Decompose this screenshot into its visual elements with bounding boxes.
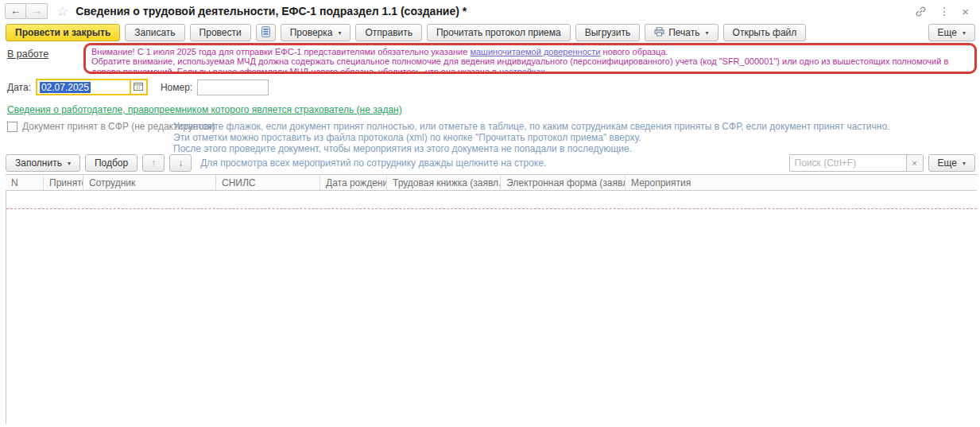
column-header-snils[interactable]: СНИЛС (216, 175, 320, 190)
chevron-down-icon: ▾ (338, 29, 341, 37)
back-button[interactable]: ← (5, 3, 26, 19)
send-label: Отправить (365, 27, 413, 38)
save-label: Записать (134, 27, 175, 38)
read-protocol-button[interactable]: Прочитать протокол приема (427, 24, 571, 41)
fill-button[interactable]: Заполнить▾ (6, 154, 80, 172)
save-button[interactable]: Записать (125, 24, 184, 41)
search-box: × (789, 154, 924, 172)
get-link-icon[interactable] (915, 6, 927, 17)
register-records-icon (261, 26, 270, 40)
move-row-up-button[interactable]: ↑ (142, 154, 165, 172)
pick-label: Подбор (95, 157, 128, 169)
table-more-label: Еще (938, 157, 957, 169)
number-input[interactable] (197, 80, 269, 95)
more-menu-icon[interactable]: ⋮ (939, 5, 950, 17)
double-click-hint: Для просмотра всех мероприятий по сотруд… (200, 157, 546, 169)
show-register-records-button[interactable] (256, 24, 276, 41)
date-input[interactable]: 02.07.2025 (37, 80, 130, 94)
down-arrow-icon: ↓ (178, 157, 183, 169)
read-protocol-label: Прочитать протокол приема (436, 27, 561, 38)
employees-table-body[interactable] (6, 191, 977, 424)
fill-label: Заполнить (15, 157, 62, 169)
print-button[interactable]: Печать▾ (645, 24, 718, 41)
open-file-label: Открыть файл (733, 27, 797, 38)
chevron-down-icon: ▾ (68, 160, 71, 167)
post-label: Провести (199, 27, 242, 38)
main-toolbar: Провести и закрыть Записать Провести Про… (6, 24, 975, 41)
table-more-button[interactable]: Еще▾ (928, 154, 975, 172)
hint-line: Установите флажок, если документ принят … (173, 121, 975, 132)
send-button[interactable]: Отправить (355, 24, 422, 41)
pick-button[interactable]: Подбор (85, 154, 138, 172)
column-header-workbook[interactable]: Трудовая книжка (заявл.) (387, 175, 501, 190)
up-arrow-icon: ↑ (151, 157, 156, 169)
date-number-row: Дата: 02.07.2025 Номер: (7, 79, 269, 95)
post-and-close-button[interactable]: Провести и закрыть (6, 24, 120, 41)
print-label: Печать (668, 27, 699, 38)
accepted-in-sfr-checkbox[interactable] (7, 122, 17, 132)
mchd-warning-banner: Внимание! С 1 июля 2025 года для отправк… (83, 43, 977, 74)
close-icon[interactable]: × (962, 5, 969, 18)
date-field[interactable]: 02.07.2025 (36, 79, 148, 95)
column-header-employee[interactable]: Сотрудник (83, 175, 216, 190)
post-and-close-label: Провести и закрыть (15, 27, 110, 38)
search-clear-button[interactable]: × (906, 155, 923, 171)
column-header-eform[interactable]: Электронная форма (заявл.) (501, 175, 626, 190)
date-label: Дата: (7, 82, 31, 93)
table-toolbar: Заполнить▾ Подбор ↑ ↓ Для просмотра всех… (6, 154, 975, 172)
export-button[interactable]: Выгрузить (575, 24, 641, 41)
hint-line: Эти отметки можно проставить из файла пр… (173, 132, 975, 143)
printer-icon (654, 27, 664, 39)
accepted-hints: Установите флажок, если документ принят … (173, 121, 975, 154)
number-label: Номер: (161, 82, 192, 93)
search-input[interactable] (790, 155, 906, 171)
window-controls: ⋮ × (915, 5, 980, 18)
mchd-link[interactable]: машиночитаемой доверенности (470, 47, 600, 56)
window-title: Сведения о трудовой деятельности, ЕФС-1 … (76, 5, 467, 17)
settings-link[interactable]: настройках (499, 67, 545, 74)
check-label: Проверка (290, 27, 333, 38)
move-row-down-button[interactable]: ↓ (169, 154, 192, 172)
warning-text: . (545, 67, 548, 74)
open-file-button[interactable]: Открыть файл (723, 24, 807, 41)
empty-row-indicator (6, 208, 977, 209)
status-in-progress-link[interactable]: В работе (7, 49, 48, 60)
clear-x-icon: × (912, 158, 916, 168)
hint-line: После этого проведите документ, чтобы ме… (173, 143, 975, 154)
column-header-events[interactable]: Мероприятия (626, 175, 977, 190)
forward-button[interactable]: → (26, 3, 48, 19)
forward-arrow-icon: → (32, 5, 42, 17)
calendar-icon (134, 82, 143, 93)
column-header-birthdate[interactable]: Дата рождения (320, 175, 387, 190)
back-arrow-icon: ← (10, 5, 21, 17)
chevron-down-icon: ▾ (963, 160, 966, 167)
calendar-picker-button[interactable] (130, 80, 146, 94)
titlebar: ← → ☆ Сведения о трудовой деятельности, … (0, 0, 980, 22)
employees-table-header: N Принято Сотрудник СНИЛС Дата рождения … (6, 174, 977, 191)
column-header-accepted[interactable]: Принято (44, 175, 83, 190)
more-button[interactable]: Еще▾ (928, 24, 975, 41)
employer-successor-link[interactable]: Сведения о работодателе, правопреемником… (7, 104, 402, 115)
post-button[interactable]: Провести (190, 24, 251, 41)
warning-text: нового образца. (601, 47, 668, 56)
warning-line-1: Внимание! С 1 июля 2025 года для отправк… (91, 47, 969, 56)
more-label: Еще (938, 27, 957, 38)
warning-line-2: Обратите внимание, используемая МЧД долж… (91, 56, 969, 74)
warning-text: Внимание! С 1 июля 2025 года для отправк… (91, 47, 470, 56)
favorite-star-icon[interactable]: ☆ (56, 3, 68, 20)
export-label: Выгрузить (585, 27, 631, 38)
nav-buttons: ← → (5, 3, 48, 19)
chevron-down-icon: ▾ (706, 29, 709, 37)
chevron-down-icon: ▾ (963, 29, 966, 37)
column-header-n[interactable]: N (6, 175, 44, 190)
check-button[interactable]: Проверка▾ (281, 24, 351, 41)
date-value-selected: 02.07.2025 (40, 82, 91, 93)
